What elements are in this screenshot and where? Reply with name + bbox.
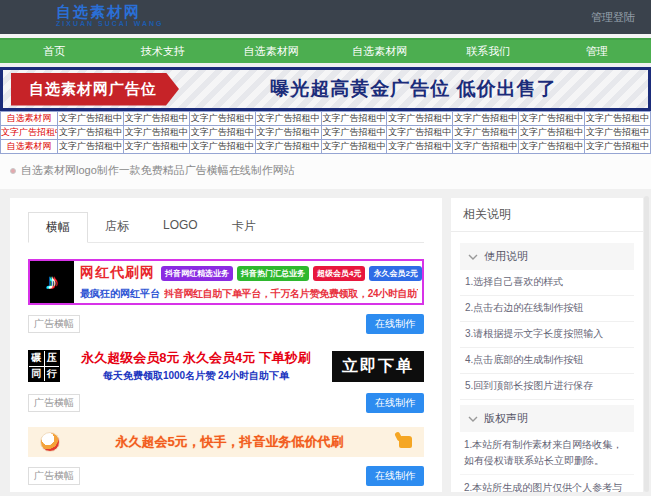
tab-card[interactable]: 卡片 <box>215 212 273 243</box>
breadcrumb-icon <box>10 168 16 174</box>
copyright-paragraph: 1.本站所有制作素材来自网络收集，如有侵权请联系站长立即删除。 <box>460 432 634 475</box>
banner1-tagline: 最疯狂的网红平台 <box>80 287 160 301</box>
usage-step: 1.选择自己喜欢的样式 <box>460 270 634 296</box>
text-ads-row: 自选素材网 文字广告招租中 文字广告招租中 文字广告招租中 文字广告招租中 文字… <box>1 112 651 126</box>
breadcrumb: 自选素材网logo制作一款免费精品广告横幅在线制作网站 <box>0 154 651 189</box>
order-now-block: 立即下单 <box>332 351 424 382</box>
text-ad-link[interactable]: 文字广告招租中 <box>58 140 124 154</box>
text-ad-link[interactable]: 自选素材网 <box>1 140 58 154</box>
banner2-headline: 永久超级会员8元 永久会员4元 下单秒刷 <box>70 349 322 367</box>
mascot-icon <box>40 432 60 452</box>
tab-logo[interactable]: LOGO <box>146 212 215 243</box>
site-logo[interactable]: 自选素材网 ZIXUAN SUCAI WANG <box>56 4 164 27</box>
text-ad-link[interactable]: 文字广告招租中 <box>123 140 189 154</box>
nav-item-manage[interactable]: 管理 <box>543 44 651 59</box>
banner1-pill: 抖音热门汇总业务 <box>237 266 309 281</box>
tab-shop-logo[interactable]: 店标 <box>88 212 146 243</box>
category-tabs: 横幅 店标 LOGO 卡片 <box>28 212 424 243</box>
text-ad-link[interactable]: 文字广告招租中 <box>585 140 651 154</box>
banner1-pill: 永久会员2元 <box>369 266 421 281</box>
site-logo-subtitle: ZIXUAN SUCAI WANG <box>56 20 164 27</box>
ad-type-label: 广告横幅 <box>28 467 80 485</box>
text-ad-link[interactable]: 文字广告招租中 <box>123 126 189 140</box>
usage-step: 4.点击底部的生成制作按钮 <box>460 348 634 374</box>
text-ad-link[interactable]: 文字广告招租中 <box>1 126 58 140</box>
text-ad-link[interactable]: 文字广告招租中 <box>585 126 651 140</box>
text-ad-link[interactable]: 文字广告招租中 <box>123 112 189 126</box>
usage-step: 5.回到顶部长按图片进行保存 <box>460 374 634 400</box>
tab-banner[interactable]: 横幅 <box>28 212 88 243</box>
chevron-down-icon <box>468 254 478 260</box>
banner1-text: 抖音网红自助下单平台，千万名片赞免费领取，24小时自助下单！ <box>164 287 418 301</box>
text-ad-link[interactable]: 文字广告招租中 <box>519 126 585 140</box>
text-ad-link[interactable]: 文字广告招租中 <box>58 112 124 126</box>
banner3-text: 永久超会5元，快手，抖音业务低价代刷 <box>70 433 389 451</box>
banner1-pill: 超级会员4元 <box>313 266 365 281</box>
text-ad-link[interactable]: 文字广告招租中 <box>189 112 255 126</box>
nav-item-contact[interactable]: 联系我们 <box>434 44 543 59</box>
banner-preview-orange: 永久超会5元，快手，抖音业务低价代刷 <box>28 427 424 457</box>
crush-rivals-logo: 碾 压 同 行 <box>28 350 60 382</box>
text-ad-link[interactable]: 文字广告招租中 <box>585 112 651 126</box>
section-usage-toggle[interactable]: 使用说明 <box>460 243 634 270</box>
nav-item-support[interactable]: 技术支持 <box>109 44 218 59</box>
admin-login-link[interactable]: 管理登陆 <box>591 10 635 25</box>
make-online-button[interactable]: 在线制作 <box>366 314 424 334</box>
make-online-button[interactable]: 在线制作 <box>366 393 424 413</box>
make-online-button[interactable]: 在线制作 <box>366 466 424 486</box>
promo-headline: 曝光超高黄金广告位 低价出售了 <box>179 76 648 102</box>
ad-type-label: 广告横幅 <box>28 315 80 333</box>
banner2-subline: 每天免费领取1000名片赞 24小时自助下单 <box>70 369 322 383</box>
sidebar-title: 相关说明 <box>451 198 643 232</box>
text-ads-row: 文字广告招租中 文字广告招租中 文字广告招租中 文字广告招租中 文字广告招租中 … <box>1 126 651 140</box>
text-ad-link[interactable]: 文字广告招租中 <box>519 140 585 154</box>
usage-step: 3.请根据提示文字长度按照输入 <box>460 322 634 348</box>
text-ad-link[interactable]: 文字广告招租中 <box>321 126 387 140</box>
section-copyright-toggle[interactable]: 版权声明 <box>460 405 634 432</box>
copyright-paragraph: 2.本站所生成的图片仅供个人参考与使用，请勿用于其他非法用途或者商业用途否则后果… <box>460 475 634 492</box>
text-ads-table: 自选素材网 文字广告招租中 文字广告招租中 文字广告招租中 文字广告招租中 文字… <box>0 111 651 154</box>
text-ad-link[interactable]: 自选素材网 <box>1 112 58 126</box>
banner-preview-tiktok: ♪ 网红代刷网 抖音网红精选业务 抖音热门汇总业务 超级会员4元 永久会员2元 … <box>28 259 424 305</box>
text-ads-row: 自选素材网 文字广告招租中 文字广告招租中 文字广告招租中 文字广告招租中 文字… <box>1 140 651 154</box>
tiktok-icon: ♪ <box>30 261 74 303</box>
text-ad-link[interactable]: 文字广告招租中 <box>519 112 585 126</box>
banner1-brand: 网红代刷网 <box>80 264 155 282</box>
text-ad-link[interactable]: 文字广告招租中 <box>453 140 519 154</box>
text-ad-link[interactable]: 文字广告招租中 <box>189 140 255 154</box>
text-ad-link[interactable]: 文字广告招租中 <box>387 112 453 126</box>
scrollbar[interactable] <box>644 196 649 492</box>
text-ad-link[interactable]: 文字广告招租中 <box>58 126 124 140</box>
top-header: 自选素材网 ZIXUAN SUCAI WANG 管理登陆 <box>0 0 651 34</box>
site-logo-title: 自选素材网 <box>56 4 164 20</box>
promo-ad-banner[interactable]: 自选素材网广告位 曝光超高黄金广告位 低价出售了 <box>0 67 651 111</box>
main-area: 横幅 店标 LOGO 卡片 ♪ 网红代刷网 抖音网红精选业务 抖音热门汇总业务 … <box>0 189 651 492</box>
page-title: 自选素材网logo制作一款免费精品广告横幅在线制作网站 <box>21 163 295 178</box>
text-ad-link[interactable]: 文字广告招租中 <box>321 140 387 154</box>
promo-ribbon: 自选素材网广告位 <box>11 73 179 106</box>
nav-item-home[interactable]: 首页 <box>0 44 109 59</box>
text-ad-link[interactable]: 文字广告招租中 <box>255 140 321 154</box>
sidebar-card: 相关说明 使用说明 1.选择自己喜欢的样式 2.点击右边的在线制作按钮 3.请根… <box>451 198 643 492</box>
thumbs-up-icon <box>399 436 412 448</box>
text-ad-link[interactable]: 文字广告招租中 <box>453 126 519 140</box>
text-ad-link[interactable]: 文字广告招租中 <box>453 112 519 126</box>
banner1-pill: 抖音网红精选业务 <box>161 266 233 281</box>
text-ad-link[interactable]: 文字广告招租中 <box>255 112 321 126</box>
chevron-down-icon <box>468 416 478 422</box>
content-card: 横幅 店标 LOGO 卡片 ♪ 网红代刷网 抖音网红精选业务 抖音热门汇总业务 … <box>10 198 442 492</box>
main-nav: 首页 技术支持 自选素材网 自选素材网 联系我们 管理 <box>0 38 651 63</box>
text-ad-link[interactable]: 文字广告招租中 <box>387 140 453 154</box>
text-ad-link[interactable]: 文字广告招租中 <box>189 126 255 140</box>
banner-preview-member: 碾 压 同 行 永久超级会员8元 永久会员4元 下单秒刷 每天免费领取1000名… <box>28 348 424 384</box>
ad-type-label: 广告横幅 <box>28 394 80 412</box>
usage-step: 2.点击右边的在线制作按钮 <box>460 296 634 322</box>
text-ad-link[interactable]: 文字广告招租中 <box>255 126 321 140</box>
nav-item-material-2[interactable]: 自选素材网 <box>326 44 435 59</box>
text-ad-link[interactable]: 文字广告招租中 <box>387 126 453 140</box>
text-ad-link[interactable]: 文字广告招租中 <box>321 112 387 126</box>
nav-item-material-1[interactable]: 自选素材网 <box>217 44 326 59</box>
